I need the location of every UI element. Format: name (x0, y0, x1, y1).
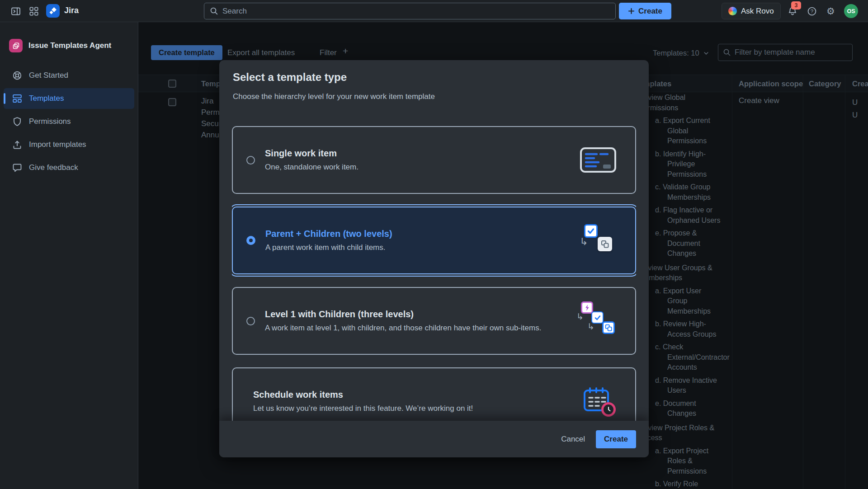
sidebar: Issue Templates Agent Get Started Templa… (0, 22, 138, 489)
search-icon (210, 7, 218, 15)
option-title: Schedule work items (253, 390, 566, 400)
sidebar-app-title: Issue Templates Agent (28, 41, 111, 50)
sidebar-item-get-started[interactable]: Get Started (4, 65, 134, 86)
app-name: Jira (64, 6, 79, 15)
app-switcher-icon[interactable] (26, 4, 41, 19)
option-description: A work item at level 1, with children, a… (265, 324, 566, 333)
sidebar-item-import-templates[interactable]: Import templates (4, 134, 134, 155)
notification-count-badge: 3 (791, 1, 801, 9)
compass-icon (12, 70, 23, 81)
sidebar-item-label: Templates (29, 94, 64, 103)
sidebar-item-label: Import templates (29, 140, 86, 149)
sidebar-item-label: Get Started (29, 71, 68, 80)
issue-templates-app-icon (9, 39, 23, 52)
rovo-icon (728, 7, 737, 15)
option-title: Level 1 with Children (three levels) (265, 309, 566, 320)
option-title: Parent + Children (two levels) (265, 229, 566, 239)
option-title: Single work item (265, 148, 566, 159)
dialog-title: Select a template type (233, 71, 347, 84)
parent-children-icon: ↳ (576, 224, 620, 257)
sidebar-item-give-feedback[interactable]: Give feedback (4, 157, 134, 178)
plus-icon (628, 8, 635, 14)
dialog-footer: Cancel Create (219, 421, 649, 457)
global-search[interactable] (204, 3, 616, 19)
templates-icon (12, 93, 23, 104)
create-button[interactable]: Create (619, 3, 671, 19)
option-parent-children[interactable]: Parent + Children (two levels) A parent … (232, 207, 636, 274)
radio-checked[interactable] (246, 236, 255, 245)
feedback-icon (12, 162, 23, 173)
jira-logo-icon[interactable] (46, 4, 60, 18)
settings-gear-icon[interactable]: ⚙ (823, 4, 838, 19)
clock-icon (601, 402, 616, 417)
sidebar-item-templates[interactable]: Templates (4, 88, 134, 109)
option-description: A parent work item with child items. (265, 243, 566, 252)
upload-icon (12, 139, 23, 150)
ask-rovo-button[interactable]: Ask Rovo (722, 3, 781, 19)
top-navigation-bar: Jira Create Ask Rovo 3 ? ⚙ OS (0, 0, 868, 22)
help-icon[interactable]: ? (804, 4, 819, 19)
user-avatar[interactable]: OS (844, 4, 858, 18)
option-description: One, standalone work item. (265, 163, 566, 172)
sidebar-app-header: Issue Templates Agent (4, 39, 134, 52)
sidebar-item-label: Give feedback (29, 163, 78, 172)
cancel-button[interactable]: Cancel (555, 431, 591, 448)
three-levels-icon: ↳ ↳ (576, 301, 620, 340)
option-three-levels[interactable]: Level 1 with Children (three levels) A w… (232, 287, 636, 355)
svg-text:?: ? (810, 9, 813, 14)
option-description: Let us know you’re interested in this fe… (253, 404, 566, 413)
search-input[interactable] (222, 7, 610, 16)
option-schedule-work-items[interactable]: Schedule work items Let us know you’re i… (232, 367, 636, 421)
dialog-subtitle: Choose the hierarchy level for your new … (233, 92, 435, 101)
select-template-type-dialog: Select a template type Choose the hierar… (219, 60, 649, 457)
option-single-work-item[interactable]: Single work item One, standalone work it… (232, 126, 636, 194)
template-type-options: Single work item One, standalone work it… (232, 126, 636, 421)
calendar-clock-icon (576, 387, 620, 416)
collapse-sidebar-icon[interactable] (8, 4, 23, 19)
single-work-item-icon (576, 147, 620, 173)
sidebar-item-permissions[interactable]: Permissions (4, 111, 134, 132)
radio-unchecked[interactable] (246, 317, 255, 325)
radio-unchecked[interactable] (246, 156, 255, 165)
shield-icon (12, 116, 23, 127)
create-button-modal[interactable]: Create (596, 430, 636, 448)
sidebar-item-label: Permissions (29, 117, 71, 126)
